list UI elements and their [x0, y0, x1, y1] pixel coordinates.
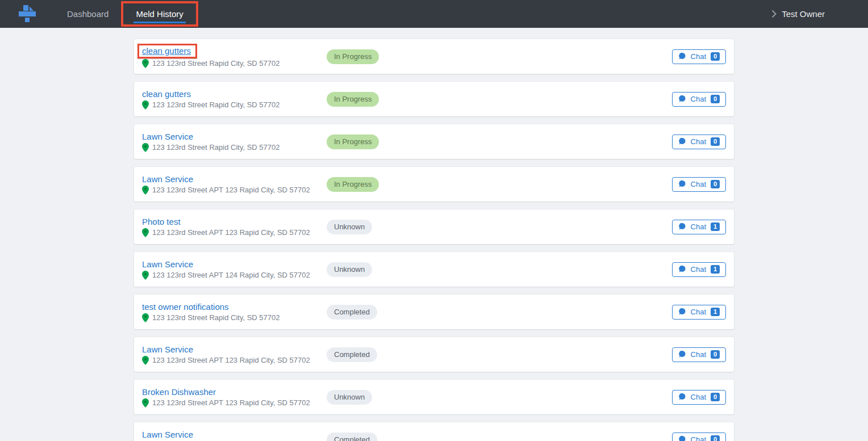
chat-button-label: Chat	[691, 350, 706, 359]
meld-title-link[interactable]: Broken Dishwasher	[142, 387, 216, 397]
chat-bubble-icon	[678, 180, 686, 188]
chat-bubble-icon	[678, 52, 686, 60]
meld-info: Lawn Service 123 123rd Street APT 124 Ra…	[142, 259, 327, 280]
chat-count-badge: 0	[711, 52, 720, 61]
chat-count-badge: 0	[711, 180, 720, 188]
status-badge: In Progress	[327, 135, 379, 149]
location-pin-icon	[142, 59, 149, 68]
status-badge: In Progress	[327, 177, 379, 192]
chevron-right-icon	[771, 10, 777, 18]
chat-button[interactable]: Chat 0	[672, 390, 726, 405]
property-meld-logo-icon	[17, 4, 37, 24]
meld-card: Lawn Service 123 123rd Street APT 124 Ra…	[134, 252, 734, 287]
chat-button[interactable]: Chat 0	[672, 92, 726, 107]
meld-address-text: 123 123rd Street APT 123 Rapid City, SD …	[152, 228, 310, 237]
chat-button[interactable]: Chat 0	[672, 347, 726, 362]
meld-card: Lawn Service 123 123rd Street APT 123 Ra…	[134, 337, 734, 372]
meld-address-text: 123 123rd Street Rapid City, SD 57702	[152, 313, 280, 322]
nav-dashboard[interactable]: Dashboard	[55, 0, 121, 28]
meld-info: Broken Dishwasher 123 123rd Street APT 1…	[142, 387, 327, 408]
chat-button[interactable]: Chat 0	[672, 49, 726, 64]
chat-button[interactable]: Chat 1	[672, 305, 726, 320]
status-badge: Completed	[327, 347, 377, 362]
status-column: In Progress	[327, 177, 672, 192]
meld-address-text: 123 123rd Street APT 123 Rapid City, SD …	[152, 398, 310, 407]
meld-address-text: 123 123rd Street Rapid City, SD 57702	[152, 59, 280, 68]
status-column: Unknown	[327, 390, 672, 405]
user-name: Test Owner	[782, 9, 825, 19]
meld-card: Lawn Service 123 123rd Street Rapid City…	[134, 124, 734, 159]
meld-address: 123 123rd Street APT 124 Rapid City, SD …	[142, 271, 327, 280]
meld-address: 123 123rd Street Rapid City, SD 57702	[142, 313, 327, 322]
location-pin-icon	[142, 356, 149, 365]
meld-address-text: 123 123rd Street APT 123 Rapid City, SD …	[152, 186, 310, 194]
chat-count-badge: 0	[711, 350, 720, 359]
meld-card: Broken Dishwasher 123 123rd Street APT 1…	[134, 380, 734, 414]
meld-title-link[interactable]: Lawn Service	[142, 259, 193, 269]
meld-address-text: 123 123rd Street Rapid City, SD 57702	[152, 143, 280, 152]
meld-info: clean gutters 123 123rd Street Rapid Cit…	[142, 45, 327, 68]
chat-button[interactable]: Chat 0	[672, 432, 726, 441]
chat-count-badge: 0	[711, 137, 720, 146]
chat-button[interactable]: Chat 1	[672, 262, 726, 277]
status-column: In Progress	[327, 49, 672, 64]
meld-address: 123 123rd Street APT 123 Rapid City, SD …	[142, 228, 327, 237]
meld-address-text: 123 123rd Street APT 124 Rapid City, SD …	[152, 271, 310, 279]
meld-title-link[interactable]: Photo test	[142, 217, 181, 226]
chat-bubble-icon	[678, 308, 686, 316]
meld-card: clean gutters 123 123rd Street Rapid Cit…	[134, 82, 734, 116]
status-badge: Unknown	[327, 390, 372, 405]
chat-count-badge: 0	[711, 435, 720, 441]
chat-button[interactable]: Chat 0	[672, 177, 726, 192]
chat-button-label: Chat	[691, 435, 706, 441]
meld-address: 123 123rd Street Rapid City, SD 57702	[142, 100, 327, 110]
meld-info: test owner notifications 123 123rd Stree…	[142, 302, 327, 322]
meld-title-link[interactable]: clean gutters	[137, 44, 197, 58]
property-meld-logo[interactable]	[0, 4, 55, 24]
chat-button-label: Chat	[691, 180, 706, 188]
chat-button-label: Chat	[691, 95, 706, 103]
status-column: Completed	[327, 432, 672, 441]
status-badge: Unknown	[327, 262, 372, 277]
chat-count-badge: 0	[711, 95, 720, 103]
chat-button-label: Chat	[691, 52, 706, 61]
meld-title-link[interactable]: Lawn Service	[142, 345, 193, 354]
nav-meld-history-label: Meld History	[136, 9, 183, 19]
chat-button[interactable]: Chat 0	[672, 135, 726, 149]
status-column: Completed	[327, 347, 672, 362]
meld-address: 123 123rd Street APT 123 Rapid City, SD …	[142, 398, 327, 408]
meld-address-text: 123 123rd Street Rapid City, SD 57702	[152, 100, 280, 109]
meld-info: Lawn Service 123 123rd Street APT 123 Ra…	[142, 174, 327, 195]
status-column: In Progress	[327, 92, 672, 107]
meld-info: Photo test 123 123rd Street APT 123 Rapi…	[142, 217, 327, 237]
primary-nav: Dashboard Meld History	[55, 0, 198, 28]
location-pin-icon	[142, 313, 149, 322]
meld-info: clean gutters 123 123rd Street Rapid Cit…	[142, 89, 327, 110]
chat-count-badge: 1	[711, 308, 720, 316]
status-column: Completed	[327, 305, 672, 320]
chat-count-badge: 0	[711, 393, 720, 401]
location-pin-icon	[142, 271, 149, 280]
active-tab-underline	[133, 22, 185, 23]
meld-title-link[interactable]: clean gutters	[142, 89, 191, 99]
meld-info: Lawn Service	[142, 430, 327, 441]
meld-card: Lawn Service 123 123rd Street APT 123 Ra…	[134, 167, 734, 201]
status-badge: Completed	[327, 305, 377, 320]
chat-bubble-icon	[678, 265, 686, 273]
user-menu[interactable]: Test Owner	[771, 9, 825, 19]
meld-card: Photo test 123 123rd Street APT 123 Rapi…	[134, 209, 734, 244]
nav-meld-history[interactable]: Meld History	[121, 1, 198, 27]
chat-count-badge: 1	[711, 265, 720, 274]
chat-button-label: Chat	[691, 265, 706, 274]
meld-title-link[interactable]: test owner notifications	[142, 302, 229, 312]
meld-address: 123 123rd Street APT 123 Rapid City, SD …	[142, 186, 327, 195]
meld-list: clean gutters 123 123rd Street Rapid Cit…	[134, 39, 734, 441]
meld-title-link[interactable]: Lawn Service	[142, 174, 193, 184]
chat-button[interactable]: Chat 1	[672, 220, 726, 234]
chat-bubble-icon	[678, 222, 686, 230]
chat-bubble-icon	[678, 393, 686, 401]
status-badge: In Progress	[327, 49, 379, 64]
meld-title-link[interactable]: Lawn Service	[142, 430, 193, 439]
meld-title-link[interactable]: Lawn Service	[142, 132, 193, 141]
meld-address: 123 123rd Street Rapid City, SD 57702	[142, 59, 327, 68]
